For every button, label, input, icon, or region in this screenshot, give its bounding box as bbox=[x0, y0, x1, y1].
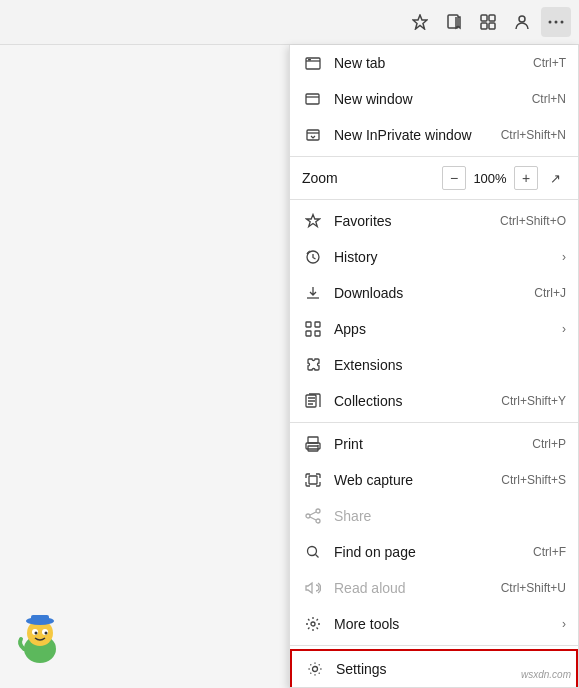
context-menu: New tab Ctrl+T New window Ctrl+N New InP… bbox=[289, 45, 579, 688]
apps-label: Apps bbox=[334, 321, 558, 337]
apps-arrow: › bbox=[562, 322, 566, 336]
new-inprivate-shortcut: Ctrl+Shift+N bbox=[501, 128, 566, 142]
web-capture-icon bbox=[302, 469, 324, 491]
print-icon bbox=[302, 433, 324, 455]
new-tab-label: New tab bbox=[334, 55, 525, 71]
page-content bbox=[0, 45, 289, 688]
svg-point-36 bbox=[316, 519, 320, 523]
svg-point-9 bbox=[561, 21, 564, 24]
divider-3 bbox=[290, 422, 578, 423]
more-tools-icon bbox=[302, 613, 324, 635]
zoom-expand-button[interactable]: ↗ bbox=[544, 167, 566, 189]
menu-item-web-capture[interactable]: Web capture Ctrl+Shift+S bbox=[290, 462, 578, 498]
history-arrow: › bbox=[562, 250, 566, 264]
new-window-label: New window bbox=[334, 91, 524, 107]
collections-toolbar-button[interactable] bbox=[473, 7, 503, 37]
menu-item-history[interactable]: History › bbox=[290, 239, 578, 275]
history-icon bbox=[302, 246, 324, 268]
svg-rect-24 bbox=[306, 322, 311, 327]
web-capture-label: Web capture bbox=[334, 472, 493, 488]
zoom-decrease-button[interactable]: − bbox=[442, 166, 466, 190]
extensions-label: Extensions bbox=[334, 357, 566, 373]
favorites-shortcut: Ctrl+Shift+O bbox=[500, 214, 566, 228]
menu-item-new-tab[interactable]: New tab Ctrl+T bbox=[290, 45, 578, 81]
favorites-button[interactable] bbox=[405, 7, 435, 37]
svg-point-34 bbox=[316, 509, 320, 513]
share-icon bbox=[302, 505, 324, 527]
menu-item-downloads[interactable]: Downloads Ctrl+J bbox=[290, 275, 578, 311]
reading-list-button[interactable] bbox=[439, 7, 469, 37]
zoom-row: Zoom − 100% + ↗ bbox=[290, 160, 578, 196]
menu-item-new-window[interactable]: New window Ctrl+N bbox=[290, 81, 578, 117]
new-window-icon bbox=[302, 88, 324, 110]
menu-item-print[interactable]: Print Ctrl+P bbox=[290, 426, 578, 462]
more-tools-label: More tools bbox=[334, 616, 558, 632]
downloads-icon bbox=[302, 282, 324, 304]
settings-icon bbox=[304, 658, 326, 680]
menu-item-find-on-page[interactable]: Find on page Ctrl+F bbox=[290, 534, 578, 570]
menu-item-more-tools[interactable]: More tools › bbox=[290, 606, 578, 642]
read-aloud-icon bbox=[302, 577, 324, 599]
watermark: wsxdn.com bbox=[521, 669, 571, 680]
svg-rect-29 bbox=[308, 437, 318, 443]
svg-rect-3 bbox=[489, 15, 495, 21]
svg-point-14 bbox=[34, 631, 37, 634]
svg-point-7 bbox=[549, 21, 552, 24]
web-capture-shortcut: Ctrl+Shift+S bbox=[501, 473, 566, 487]
new-inprivate-label: New InPrivate window bbox=[334, 127, 493, 143]
svg-point-37 bbox=[308, 547, 317, 556]
svg-point-39 bbox=[313, 667, 318, 672]
menu-item-apps[interactable]: Apps › bbox=[290, 311, 578, 347]
favorites-label: Favorites bbox=[334, 213, 492, 229]
collections-label: Collections bbox=[334, 393, 493, 409]
svg-point-35 bbox=[306, 514, 310, 518]
divider-2 bbox=[290, 199, 578, 200]
svg-point-32 bbox=[317, 445, 319, 447]
new-inprivate-icon bbox=[302, 124, 324, 146]
print-label: Print bbox=[334, 436, 524, 452]
browser-toolbar bbox=[0, 0, 579, 45]
zoom-label: Zoom bbox=[302, 170, 442, 186]
svg-rect-19 bbox=[308, 59, 311, 61]
svg-point-6 bbox=[519, 16, 525, 22]
menu-item-collections[interactable]: Collections Ctrl+Shift+Y bbox=[290, 383, 578, 419]
downloads-shortcut: Ctrl+J bbox=[534, 286, 566, 300]
menu-item-share: Share bbox=[290, 498, 578, 534]
divider-4 bbox=[290, 645, 578, 646]
more-button[interactable] bbox=[541, 7, 571, 37]
share-label: Share bbox=[334, 508, 566, 524]
profile-button[interactable] bbox=[507, 7, 537, 37]
read-aloud-label: Read aloud bbox=[334, 580, 493, 596]
new-tab-icon bbox=[302, 52, 324, 74]
apps-icon bbox=[302, 318, 324, 340]
zoom-increase-button[interactable]: + bbox=[514, 166, 538, 190]
svg-rect-4 bbox=[481, 23, 487, 29]
extensions-icon bbox=[302, 354, 324, 376]
svg-rect-25 bbox=[315, 322, 320, 327]
svg-point-8 bbox=[555, 21, 558, 24]
zoom-controls: − 100% + ↗ bbox=[442, 166, 566, 190]
more-tools-arrow: › bbox=[562, 617, 566, 631]
menu-item-new-inprivate[interactable]: New InPrivate window Ctrl+Shift+N bbox=[290, 117, 578, 153]
print-shortcut: Ctrl+P bbox=[532, 437, 566, 451]
svg-rect-2 bbox=[481, 15, 487, 21]
menu-item-extensions[interactable]: Extensions bbox=[290, 347, 578, 383]
downloads-label: Downloads bbox=[334, 285, 526, 301]
svg-marker-22 bbox=[307, 215, 320, 227]
read-aloud-shortcut: Ctrl+Shift+U bbox=[501, 581, 566, 595]
svg-point-15 bbox=[44, 631, 47, 634]
collections-icon bbox=[302, 390, 324, 412]
appuals-logo bbox=[10, 608, 70, 668]
svg-rect-17 bbox=[31, 615, 49, 622]
svg-rect-26 bbox=[306, 331, 311, 336]
history-label: History bbox=[334, 249, 558, 265]
menu-item-favorites[interactable]: Favorites Ctrl+Shift+O bbox=[290, 203, 578, 239]
new-tab-shortcut: Ctrl+T bbox=[533, 56, 566, 70]
svg-rect-20 bbox=[306, 94, 319, 104]
find-on-page-label: Find on page bbox=[334, 544, 525, 560]
svg-marker-0 bbox=[413, 15, 427, 29]
favorites-icon bbox=[302, 210, 324, 232]
new-window-shortcut: Ctrl+N bbox=[532, 92, 566, 106]
toolbar-icons bbox=[405, 7, 571, 37]
svg-rect-27 bbox=[315, 331, 320, 336]
